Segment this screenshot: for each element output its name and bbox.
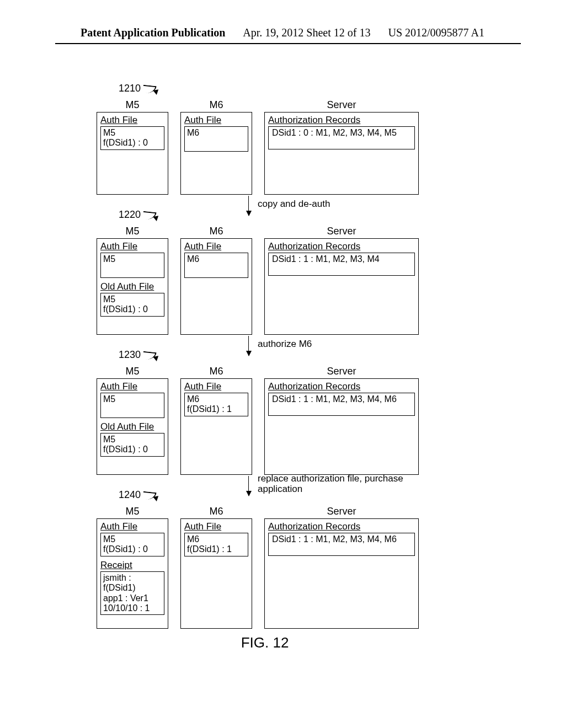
ref-arrow-icon (143, 83, 158, 94)
old-auth-file-title: Old Auth File (100, 281, 164, 292)
col-header-server: Server (264, 99, 419, 111)
auth-file-content: M6 (184, 253, 248, 278)
auth-record: DSid1 : 1 : M1, M2, M3, M4, M6 (268, 533, 415, 556)
auth-record: DSid1 : 0 : M1, M2, M3, M4, M5 (268, 126, 415, 149)
arrow-down-icon (248, 196, 249, 216)
old-auth-file-content: M5 f(DSid1) : 0 (100, 293, 164, 317)
col-header-m6: M6 (180, 99, 252, 111)
auth-record: DSid1 : 1 : M1, M2, M3, M4, M6 (268, 393, 415, 416)
auth-file-content: M6 f(DSid1) : 1 (184, 533, 248, 556)
arrow-down-icon (248, 336, 249, 356)
m5-box: Auth File M5 f(DSid1) : 0 (97, 112, 168, 195)
m5-box: Auth File M5 Old Auth File M5 f(DSid1) :… (97, 238, 168, 335)
m5-box: Auth File M5 f(DSid1) : 0 Receipt jsmith… (97, 518, 168, 629)
auth-file-title: Auth File (100, 115, 164, 126)
auth-file-content: M5 f(DSid1) : 0 (100, 126, 164, 150)
state-1240: 1240 M5 Auth File M5 f(DSid1) : 0 Receip… (97, 506, 433, 629)
m6-box: Auth File M6 (180, 112, 252, 195)
step-label: authorize M6 (258, 339, 312, 350)
auth-file-content: M6 f(DSid1) : 1 (184, 393, 248, 416)
auth-record: DSid1 : 1 : M1, M2, M3, M4 (268, 253, 415, 276)
header-center: Apr. 19, 2012 Sheet 12 of 13 (243, 26, 370, 39)
state-1230: 1230 M5 Auth File M5 Old Auth File M5 f(… (97, 366, 433, 475)
server-box: Authorization Records DSid1 : 0 : M1, M2… (264, 112, 419, 195)
auth-records-title: Authorization Records (268, 115, 415, 126)
ref-arrow-icon (143, 350, 158, 361)
auth-file-content: M6 (184, 126, 248, 152)
header-rule (55, 43, 521, 44)
reference-1240: 1240 (119, 489, 158, 501)
auth-file-content: M5 f(DSid1) : 0 (100, 533, 164, 556)
auth-file-title: Auth File (184, 115, 248, 126)
header-right: US 2012/0095877 A1 (388, 26, 484, 39)
receipt-content: jsmith : f(DSid1) app1 : Ver1 10/10/10 :… (100, 571, 164, 615)
state-1220: 1220 M5 Auth File M5 Old Auth File M5 f(… (97, 226, 433, 335)
step-label: copy and de-auth (258, 199, 330, 210)
old-auth-file-content: M5 f(DSid1) : 0 (100, 433, 164, 457)
server-box: Authorization Records DSid1 : 1 : M1, M2… (264, 378, 419, 475)
auth-file-content: M5 (100, 393, 164, 418)
figure-12: 1210 M5 Auth File M5 f(DSid1) : 0 M6 Aut… (97, 99, 433, 651)
m5-box: Auth File M5 Old Auth File M5 f(DSid1) :… (97, 378, 168, 475)
receipt-title: Receipt (100, 560, 164, 571)
ref-arrow-icon (143, 490, 158, 501)
reference-1230: 1230 (119, 349, 158, 361)
arrow-down-icon (248, 476, 249, 496)
reference-1220: 1220 (119, 209, 158, 221)
m6-box: Auth File M6 f(DSid1) : 1 (180, 378, 252, 475)
m6-box: Auth File M6 (180, 238, 252, 335)
header-left: Patent Application Publication (81, 26, 225, 39)
m6-box: Auth File M6 f(DSid1) : 1 (180, 518, 252, 629)
reference-1210: 1210 (119, 83, 158, 94)
figure-caption: FIG. 12 (97, 634, 433, 651)
auth-file-content: M5 (100, 253, 164, 278)
server-box: Authorization Records DSid1 : 1 : M1, M2… (264, 238, 419, 335)
ref-arrow-icon (143, 210, 158, 221)
col-header-m5: M5 (97, 99, 168, 111)
step-label: replace authorization file, purchase app… (258, 474, 423, 494)
server-box: Authorization Records DSid1 : 1 : M1, M2… (264, 518, 419, 629)
page-header: Patent Application Publication Apr. 19, … (0, 26, 565, 39)
state-1210: 1210 M5 Auth File M5 f(DSid1) : 0 M6 Aut… (97, 99, 433, 195)
